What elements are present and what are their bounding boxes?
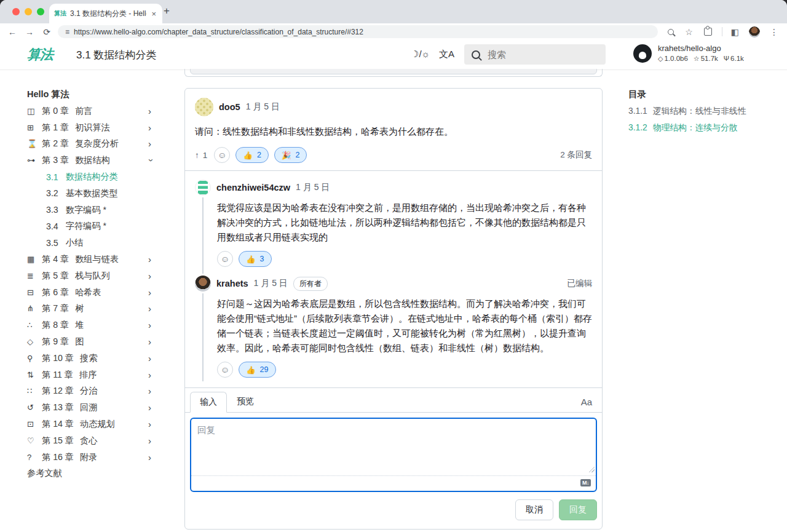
- sidebar-item-chapter-15[interactable]: ♡ 第 15 章 贪心 ›: [27, 432, 154, 449]
- sidebar-item-chapter-1[interactable]: ⊞ 第 1 章 初识算法 ›: [27, 119, 154, 136]
- sidebar-item-chapter-7[interactable]: ⋔ 第 7 章 树 ›: [27, 301, 154, 317]
- upvote-button[interactable]: ↑ 1: [195, 151, 207, 160]
- toc-item-3-1-1[interactable]: 3.1.1 逻辑结构：线性与非线性: [628, 103, 776, 119]
- search-input[interactable]: [486, 49, 587, 60]
- add-reaction-button[interactable]: ☺: [217, 251, 233, 267]
- reaction-thumbs-up[interactable]: 👍 3: [239, 251, 272, 267]
- browser-tab[interactable]: 算法 3.1 数据结构分类 - Hello 算法 ×: [49, 4, 162, 23]
- chevron-right-icon[interactable]: ›: [148, 287, 154, 298]
- reaction-thumbs-up[interactable]: 👍 29: [239, 362, 276, 378]
- site-settings-icon[interactable]: ≡: [65, 28, 69, 36]
- tab-write[interactable]: 输入: [190, 392, 227, 413]
- chevron-right-icon[interactable]: ›: [148, 419, 154, 429]
- hash-table-icon: ⊟: [27, 288, 42, 297]
- toc-item-3-1-2[interactable]: 3.1.2 物理结构：连续与分散: [628, 119, 776, 136]
- chevron-right-icon[interactable]: ›: [148, 402, 154, 413]
- tab-close-icon[interactable]: ×: [150, 9, 157, 18]
- site-title: Hello 算法: [27, 86, 154, 103]
- add-reaction-button[interactable]: ☺: [214, 147, 230, 163]
- replies-section: chenzhiwei54czw 1 月 5 日 我觉得应该是因为哈希表在没有冲突…: [185, 170, 602, 387]
- reply-date[interactable]: 1 月 5 日: [254, 278, 288, 289]
- close-window-button[interactable]: [12, 8, 20, 15]
- sidebar-item-3-5[interactable]: 3.5 小结: [27, 234, 154, 251]
- hello-algo-logo[interactable]: 算法: [27, 46, 53, 64]
- sidebar-item-chapter-13[interactable]: ↺ 第 13 章 回溯 ›: [27, 399, 154, 416]
- translate-icon[interactable]: 文A: [439, 49, 454, 60]
- sidebar-item-3-2[interactable]: 3.2 基本数据类型: [27, 185, 154, 202]
- sidebar-item-references[interactable]: 参考文献: [27, 466, 154, 482]
- avatar[interactable]: [195, 98, 213, 116]
- sidebar-item-chapter-10[interactable]: ⚲ 第 10 章 搜索 ›: [27, 350, 154, 367]
- chevron-right-icon[interactable]: ›: [148, 435, 154, 446]
- question-icon: ?: [27, 453, 42, 462]
- sidebar-item-chapter-3[interactable]: ⊶ 第 3 章 数据结构 ›: [27, 152, 154, 169]
- extensions-icon[interactable]: [704, 28, 712, 36]
- repo-name: krahets/hello-algo: [658, 44, 744, 53]
- reaction-tada[interactable]: 🎉 2: [274, 147, 307, 163]
- back-icon[interactable]: ←: [4, 27, 21, 37]
- maximize-window-button[interactable]: [37, 8, 44, 15]
- reply-author[interactable]: chenzhiwei54czw: [216, 183, 290, 193]
- chevron-right-icon[interactable]: ›: [148, 452, 154, 463]
- text-format-toggle[interactable]: Aa: [581, 397, 597, 412]
- sidebar-item-chapter-2[interactable]: ⌛ 第 2 章 复杂度分析 ›: [27, 136, 154, 153]
- browser-menu-icon[interactable]: ⋮: [770, 27, 778, 37]
- sidebar-item-chapter-14[interactable]: ⊡ 第 14 章 动态规划 ›: [27, 416, 154, 432]
- editor-tabs: 输入 预览 Aa: [185, 388, 602, 413]
- search-box[interactable]: [464, 44, 606, 65]
- zoom-icon[interactable]: [668, 29, 674, 35]
- chevron-right-icon[interactable]: ›: [148, 106, 154, 116]
- cancel-button[interactable]: 取消: [515, 499, 553, 520]
- sidebar-item-chapter-9[interactable]: ◇ 第 9 章 图 ›: [27, 333, 154, 350]
- chevron-right-icon[interactable]: ›: [148, 320, 154, 330]
- reply-author[interactable]: krahets: [216, 279, 248, 288]
- dp-grid-icon: ⊡: [27, 419, 42, 429]
- sidebar-item-chapter-16[interactable]: ? 第 16 章 附录 ›: [27, 449, 154, 466]
- chevron-right-icon[interactable]: ›: [148, 353, 154, 363]
- comment-author[interactable]: doo5: [219, 102, 240, 112]
- reply-date[interactable]: 1 月 5 日: [296, 182, 330, 193]
- add-reaction-button[interactable]: ☺: [217, 362, 233, 378]
- chevron-down-icon[interactable]: ›: [146, 159, 158, 162]
- browser-profile-avatar[interactable]: [749, 26, 760, 38]
- avatar[interactable]: [195, 180, 211, 196]
- sidebar-item-3-1[interactable]: 3.1 数据结构分类: [27, 169, 154, 185]
- resize-handle[interactable]: [589, 467, 595, 472]
- url-bar[interactable]: ≡ https://www.hello-algo.com/chapter_dat…: [58, 25, 658, 38]
- avatar[interactable]: [195, 276, 211, 292]
- bookmark-star-icon[interactable]: ☆: [685, 27, 693, 37]
- sidebar-item-chapter-8[interactable]: ∴ 第 8 章 堆 ›: [27, 317, 154, 333]
- comment-date[interactable]: 1 月 5 日: [246, 101, 280, 113]
- sidebar-item-chapter-0[interactable]: ◫ 第 0 章 前言 ›: [27, 103, 154, 119]
- browser-tab-strip: 算法 3.1 数据结构分类 - Hello 算法 × +: [0, 0, 787, 23]
- chevron-right-icon[interactable]: ›: [148, 370, 154, 380]
- chevron-right-icon[interactable]: ›: [148, 122, 154, 133]
- forward-icon[interactable]: →: [21, 27, 38, 37]
- sidebar-item-chapter-5[interactable]: ≣ 第 5 章 栈与队列 ›: [27, 268, 154, 284]
- minimize-window-button[interactable]: [25, 8, 32, 15]
- chevron-right-icon[interactable]: ›: [148, 386, 154, 396]
- chevron-right-icon[interactable]: ›: [148, 303, 154, 314]
- theme-toggle-icon[interactable]: ☽/☼: [411, 49, 430, 60]
- markdown-icon[interactable]: M↓: [580, 479, 591, 486]
- sidebar-item-3-4[interactable]: 3.4 字符编码 *: [27, 218, 154, 235]
- chevron-right-icon[interactable]: ›: [148, 254, 154, 264]
- graph-icon: ◇: [27, 337, 42, 346]
- reaction-thumbs-up[interactable]: 👍 2: [235, 147, 269, 163]
- sidebar-item-3-3[interactable]: 3.3 数字编码 *: [27, 202, 154, 218]
- sidebar-item-chapter-11[interactable]: ⇅ 第 11 章 排序 ›: [27, 367, 154, 383]
- side-panel-icon[interactable]: ◧: [731, 27, 739, 37]
- github-repo-link[interactable]: krahets/hello-algo ◇1.0.0b6 ☆51.7k Ψ6.1k: [633, 44, 744, 63]
- reply-submit-button[interactable]: 回复: [559, 499, 597, 520]
- new-tab-button[interactable]: +: [164, 5, 170, 17]
- reload-icon[interactable]: ⟳: [38, 27, 55, 37]
- previous-comment-partial: [184, 69, 603, 77]
- tab-preview[interactable]: 预览: [227, 392, 264, 412]
- reply-input[interactable]: [191, 419, 596, 475]
- sidebar-item-chapter-4[interactable]: ▦ 第 4 章 数组与链表 ›: [27, 251, 154, 268]
- chevron-right-icon[interactable]: ›: [148, 138, 154, 149]
- sidebar-item-chapter-12[interactable]: ∷ 第 12 章 分治 ›: [27, 383, 154, 400]
- chevron-right-icon[interactable]: ›: [148, 271, 154, 281]
- chevron-right-icon[interactable]: ›: [148, 336, 154, 347]
- sidebar-item-chapter-6[interactable]: ⊟ 第 6 章 哈希表 ›: [27, 284, 154, 301]
